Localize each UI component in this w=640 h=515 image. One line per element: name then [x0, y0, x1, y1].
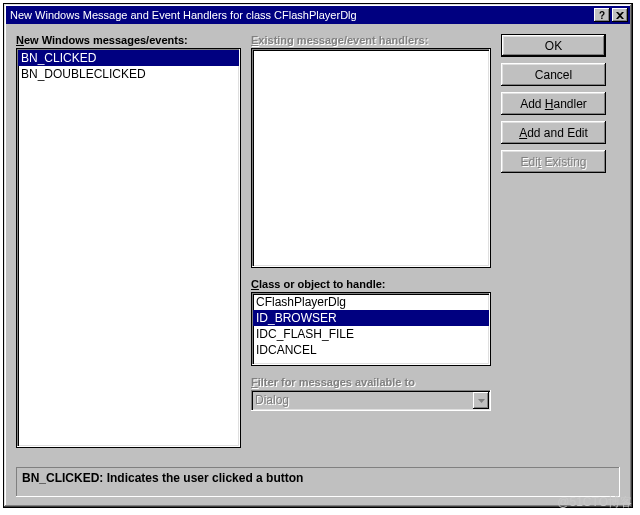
- titlebar: New Windows Message and Event Handlers f…: [6, 6, 630, 24]
- list-item[interactable]: IDC_FLASH_FILE: [253, 326, 489, 342]
- status-description: BN_CLICKED: Indicates the user clicked a…: [16, 467, 620, 497]
- ok-button[interactable]: OK: [501, 34, 606, 57]
- window-title: New Windows Message and Event Handlers f…: [10, 9, 592, 21]
- combo-dropdown-button: [473, 392, 489, 409]
- existing-listbox[interactable]: [251, 48, 491, 268]
- chevron-down-icon: [478, 399, 485, 403]
- close-icon: [616, 12, 624, 19]
- filter-combo: Dialog: [251, 390, 491, 411]
- dialog-window: New Windows Message and Event Handlers f…: [3, 3, 633, 508]
- filter-value: Dialog: [251, 390, 471, 411]
- class-object-listbox[interactable]: CFlashPlayerDlg ID_BROWSER IDC_FLASH_FIL…: [251, 292, 491, 366]
- list-item[interactable]: BN_DOUBLECLICKED: [18, 66, 239, 82]
- classobj-label: Class or object to handle:: [251, 278, 385, 290]
- messages-listbox[interactable]: BN_CLICKED BN_DOUBLECLICKED: [16, 48, 241, 448]
- add-handler-button[interactable]: Add Handler: [501, 92, 606, 115]
- help-button[interactable]: ?: [594, 8, 610, 22]
- watermark: @51CTO博客: [557, 494, 632, 511]
- cancel-button[interactable]: Cancel: [501, 63, 606, 86]
- close-button[interactable]: [612, 8, 628, 22]
- filter-label: Filter for messages available to: [251, 376, 415, 388]
- list-item[interactable]: ID_BROWSER: [253, 310, 489, 326]
- existing-label: Existing message/event handlers:: [251, 34, 428, 46]
- client-area: New Windows messages/events: BN_CLICKED …: [6, 24, 630, 505]
- add-and-edit-button[interactable]: Add and Edit: [501, 121, 606, 144]
- list-item[interactable]: BN_CLICKED: [18, 50, 239, 66]
- messages-label: New Windows messages/events:: [16, 34, 188, 46]
- edit-existing-button: Edit Existing: [501, 150, 606, 173]
- list-item[interactable]: CFlashPlayerDlg: [253, 294, 489, 310]
- list-item[interactable]: IDCANCEL: [253, 342, 489, 358]
